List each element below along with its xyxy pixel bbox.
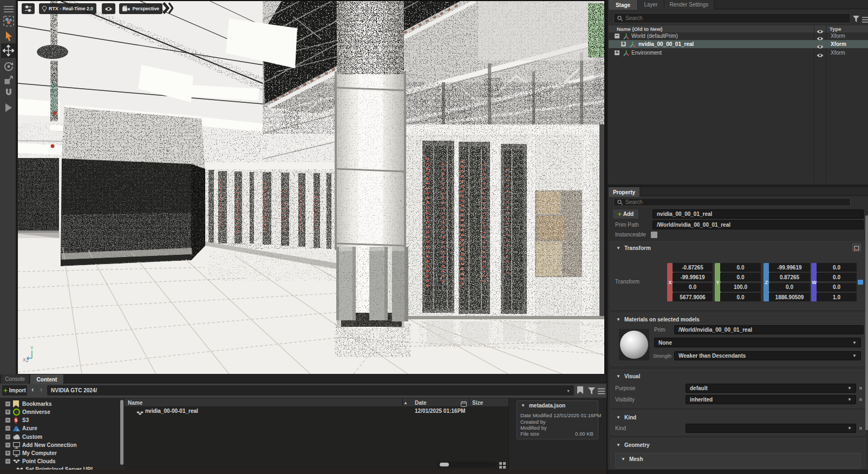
svg-text:Y: Y (30, 345, 34, 351)
svg-text:S: S (15, 418, 17, 422)
svg-text:Z: Z (26, 358, 29, 363)
